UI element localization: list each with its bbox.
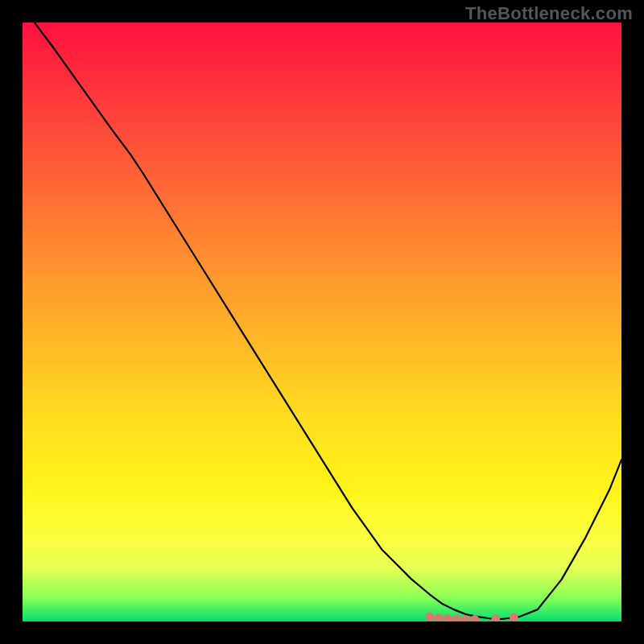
marker-dot [452, 615, 461, 621]
marker-layer [23, 23, 621, 621]
marker-dot [425, 613, 434, 621]
marker-dot [444, 614, 452, 621]
watermark-text: TheBottleneck.com [465, 3, 633, 24]
marker-dot [461, 615, 470, 621]
chart-frame: TheBottleneck.com [0, 0, 644, 644]
marker-dot [491, 615, 500, 621]
plot-area [23, 23, 621, 621]
marker-dot [435, 613, 444, 621]
marker-group [425, 613, 518, 621]
marker-dot [470, 615, 479, 621]
marker-dot [510, 613, 518, 621]
